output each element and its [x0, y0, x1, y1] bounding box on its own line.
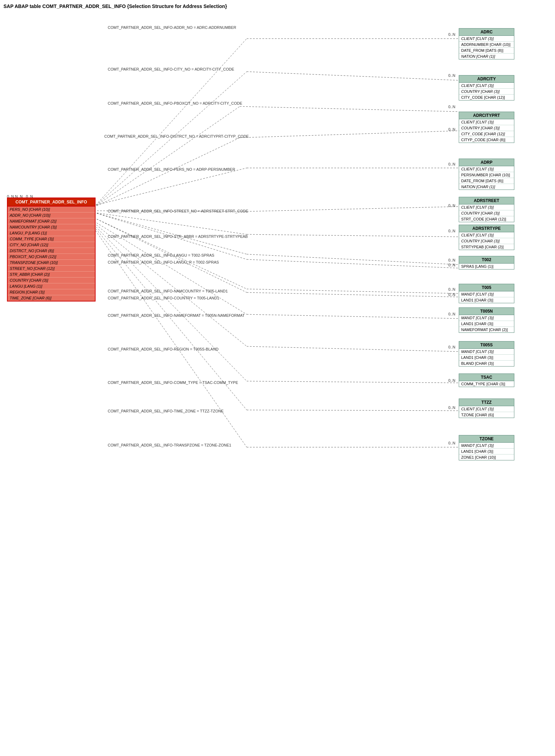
- table-adrstrtype-row-2: COUNTRY [CHAR (3)]: [459, 238, 514, 244]
- table-adrcity: ADRCITY CLIENT [CLNT (3)] COUNTRY [CHAR …: [459, 75, 514, 100]
- rel-label-t005n: COMT_PARTNER_ADDR_SEL_INFO-NAMEFORMAT = …: [108, 313, 245, 317]
- main-row-2: ADDR_NO [CHAR (10)]: [8, 212, 95, 218]
- rel-label-adrstreet: COMT_PARTNER_ADDR_SEL_INFO-STREET_NO = A…: [108, 209, 248, 213]
- card-adrcity: 0..N: [448, 73, 455, 78]
- table-adrcity-row-2: COUNTRY [CHAR (3)]: [459, 89, 514, 95]
- rel-label-t005-namcountry: COMT_PARTNER_ADDR_SEL_INFO-NAMCOUNTRY = …: [108, 289, 228, 293]
- main-row-16: TIME_ZONE [CHAR (6)]: [8, 295, 95, 301]
- table-adrstreet-row-1: CLIENT [CLNT (3)]: [459, 204, 514, 210]
- main-row-15: REGION [CHAR (3)]: [8, 289, 95, 295]
- svg-line-14: [94, 212, 247, 254]
- table-adrstrtype-row-3: STRTYPEAB [CHAR (2)]: [459, 244, 514, 250]
- table-adrcityprt-row-1: CLIENT [CLNT (3)]: [459, 119, 514, 125]
- table-adrp: ADRP CLIENT [CLNT (3)] PERSNUMBER [CHAR …: [459, 159, 514, 190]
- svg-line-27: [247, 381, 459, 383]
- table-tsac-row-1: COMM_TYPE [CHAR (3)]: [459, 381, 514, 387]
- table-t005n-title: T005N: [459, 308, 514, 315]
- card-adrstreet: 0..N: [448, 203, 455, 208]
- page-title: SAP ABAP table COMT_PARTNER_ADDR_SEL_INF…: [3, 3, 552, 9]
- rel-label-adrstrtype: COMT_PARTNER_ADDR_SEL_INFO-STR_ABBR = AD…: [108, 234, 248, 239]
- table-t005n-row-1: MANDT [CLNT (3)]: [459, 315, 514, 321]
- table-adrstreet-row-3: STRT_CODE [CHAR (12)]: [459, 216, 514, 222]
- table-ttzz-row-2: TZONE [CHAR (6)]: [459, 412, 514, 418]
- svg-line-11: [247, 207, 459, 211]
- rel-label-adrcity: COMT_PARTNER_ADDR_SEL_INFO-CITY_NO = ADR…: [108, 67, 234, 71]
- diagram-container: COMT_PARTNER_ADDR_SEL_INFO-ADDR_NO = ADR…: [3, 13, 549, 743]
- table-adrc-row-1: CLIENT [CLNT (3)]: [459, 36, 514, 42]
- table-adrcityprt-title: ADRCITYPRT: [459, 112, 514, 119]
- table-adrstreet-title: ADRSTREET: [459, 197, 514, 204]
- main-table: COMT_PARTNER_ADDR_SEL_INFO PERS_NO [CHAR…: [7, 198, 96, 301]
- main-row-13: COUNTRY [CHAR (3)]: [8, 278, 95, 283]
- card-adrcityprt1: 0..N: [448, 105, 455, 109]
- table-t005n-row-3: NAMEFORMAT [CHAR (2)]: [459, 327, 514, 332]
- rel-label-tzone: COMT_PARTNER_ADDR_SEL_INFO-TRANSPZONE = …: [108, 443, 231, 447]
- table-ttzz: TTZZ CLIENT [CLNT (3)] TZONE [CHAR (6)]: [459, 399, 514, 418]
- table-t002-row-1: SPRAS [LANG (1)]: [459, 264, 514, 269]
- table-tzone-row-2: LAND1 [CHAR (3)]: [459, 449, 514, 455]
- svg-line-19: [247, 289, 459, 293]
- table-adrcity-row-1: CLIENT [CLNT (3)]: [459, 83, 514, 89]
- main-table-title: COMT_PARTNER_ADDR_SEL_INFO: [8, 198, 95, 207]
- card-tsac: 0..N: [448, 378, 455, 383]
- svg-line-15: [247, 254, 459, 265]
- rel-label-adrp: COMT_PARTNER_ADDR_SEL_INFO-PERS_NO = ADR…: [108, 167, 235, 171]
- card-adrstrtype: 0..N: [448, 229, 455, 233]
- svg-line-26: [94, 225, 247, 381]
- main-row-12: STR_ABBR [CHAR (2)]: [8, 272, 95, 278]
- table-tsac-title: TSAC: [459, 374, 514, 381]
- table-t005-title: T005: [459, 284, 514, 291]
- table-adrc-row-3: DATE_FROM [DATS (8)]: [459, 48, 514, 54]
- main-row-8: DISTRCT_NO [CHAR (8)]: [8, 248, 95, 254]
- card-ttzz: 0..N: [448, 405, 455, 410]
- main-row-14: LANGU [LANG (1)]: [8, 283, 95, 289]
- svg-line-5: [240, 106, 459, 112]
- table-adrc-title: ADRC: [459, 29, 514, 36]
- table-adrstreet: ADRSTREET CLIENT [CLNT (3)] COUNTRY [CHA…: [459, 197, 514, 222]
- card-t005-2: 0..N: [448, 292, 455, 297]
- table-t005s: T005S MANDT [CLNT (3)] LAND1 [CHAR (3)] …: [459, 341, 514, 367]
- svg-line-21: [247, 292, 459, 297]
- rel-label-tsac: COMT_PARTNER_ADDR_SEL_INFO-COMM_TYPE = T…: [108, 380, 238, 385]
- main-row-9: PBOXCIT_NO [CHAR (12)]: [8, 254, 95, 260]
- table-ttzz-title: TTZZ: [459, 399, 514, 406]
- main-row-11: STREET_NO [CHAR (12)]: [8, 266, 95, 272]
- table-adrstrtype-title: ADRSTRTYPE: [459, 225, 514, 232]
- svg-line-3: [247, 72, 459, 80]
- table-t005n-row-2: LAND1 [CHAR (3)]: [459, 321, 514, 327]
- svg-line-2: [94, 72, 247, 207]
- svg-line-17: [247, 259, 459, 268]
- table-adrc-row-2: ADDRNUMBER [CHAR (10)]: [459, 42, 514, 48]
- main-row-4: NAMCOUNTRY [CHAR (3)]: [8, 224, 95, 230]
- svg-line-25: [247, 346, 459, 352]
- table-t005s-row-2: LAND1 [CHAR (3)]: [459, 355, 514, 361]
- table-t005s-title: T005S: [459, 341, 514, 349]
- main-row-1: PERS_NO [CHAR (10)]: [8, 207, 95, 212]
- rel-label-t005s: COMT_PARTNER_ADDR_SEL_INFO-REGION = T005…: [108, 347, 219, 351]
- main-row-7: CITY_NO [CHAR (12)]: [8, 242, 95, 248]
- card-t005-1: 0..N: [448, 287, 455, 291]
- table-t005: T005 MANDT [CLNT (3)] LAND1 [CHAR (3)]: [459, 284, 514, 303]
- main-row-10: TRANSPZONE [CHAR (10)]: [8, 260, 95, 266]
- table-t005-row-2: LAND1 [CHAR (3)]: [459, 297, 514, 303]
- rel-label-ttzz: COMT_PARTNER_ADDR_SEL_INFO-TIME_ZONE = T…: [108, 409, 223, 413]
- card-adrc: 0..N: [448, 32, 455, 37]
- svg-line-23: [247, 314, 459, 319]
- card-t005s: 0..N: [448, 345, 455, 349]
- card-adrcityprt2: 0..N: [448, 127, 455, 131]
- table-adrp-title: ADRP: [459, 159, 514, 166]
- main-row-5: LANGU_P [LANG (1)]: [8, 230, 95, 236]
- card-t005n: 0..N: [448, 312, 455, 316]
- rel-label-t005-country: COMT_PARTNER_ADDR_SEL_INFO-COUNTRY = T00…: [108, 296, 219, 300]
- table-t005-row-1: MANDT [CLNT (3)]: [459, 291, 514, 297]
- table-adrp-row-4: NATION [CHAR (1)]: [459, 184, 514, 190]
- card-t002-1: 0..N: [448, 258, 455, 262]
- rel-label-t002-langu: COMT_PARTNER_ADDR_SEL_INFO-LANGU = T002-…: [108, 253, 214, 257]
- card-tzone: 0..N: [448, 441, 455, 445]
- table-tsac: TSAC COMM_TYPE [CHAR (3)]: [459, 373, 514, 387]
- table-adrcity-title: ADRCITY: [459, 75, 514, 83]
- svg-line-29: [247, 410, 459, 411]
- table-adrcityprt-row-2: COUNTRY [CHAR (3)]: [459, 125, 514, 131]
- table-adrcityprt-row-3: CITY_CODE [CHAR (12)]: [459, 131, 514, 137]
- card-t002-2: 0..N: [448, 263, 455, 267]
